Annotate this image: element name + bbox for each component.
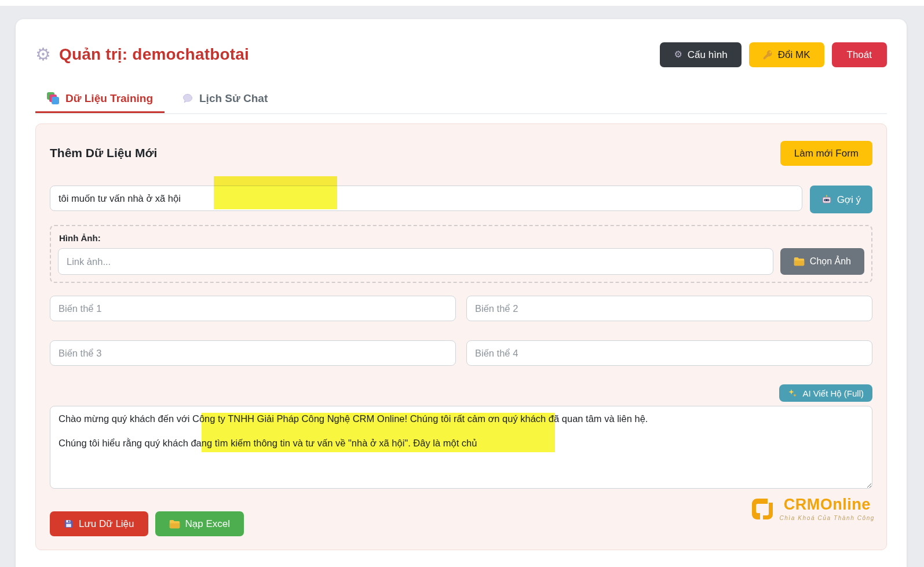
speech-balloon-icon <box>182 93 193 104</box>
top-strip <box>0 0 924 6</box>
tab-chat-history[interactable]: Lịch Sử Chat <box>170 85 279 113</box>
highlight-overlay-question <box>214 176 337 209</box>
robot-icon <box>821 194 832 205</box>
add-data-panel: Thêm Dữ Liệu Mới Làm mới Form <box>35 123 887 550</box>
logout-button[interactable]: Thoát <box>832 42 887 67</box>
toolbar: ⚙ Cấu hình Đổi MK Thoát <box>660 42 887 67</box>
variant-2-input[interactable] <box>466 296 872 321</box>
refresh-form-button[interactable]: Làm mới Form <box>780 141 872 166</box>
gear-icon: ⚙ <box>35 46 51 63</box>
save-button[interactable]: Lưu Dữ Liệu <box>50 511 148 536</box>
tab-bar: Dữ Liệu Training Lịch Sử Chat <box>35 85 887 114</box>
main-card: ⚙ Quản trị: demochatbotai ⚙ Cấu hình Đổi… <box>16 19 907 567</box>
layers-icon <box>47 92 60 105</box>
highlight-overlay-answer <box>202 413 555 452</box>
sparkles-icon <box>788 388 797 398</box>
image-section: Hình Ảnh: Chọn Ảnh <box>50 225 872 283</box>
suggest-button[interactable]: Gợi ý <box>810 186 872 213</box>
variant-4-input[interactable] <box>466 340 872 366</box>
load-excel-button[interactable]: Nạp Excel <box>155 511 244 536</box>
header: ⚙ Quản trị: demochatbotai ⚙ Cấu hình Đổi… <box>35 41 887 68</box>
image-section-label: Hình Ảnh: <box>59 233 864 243</box>
folder-icon <box>794 257 805 266</box>
page-background: ⚙ Quản trị: demochatbotai ⚙ Cấu hình Đổi… <box>0 0 924 567</box>
panel-title: Thêm Dữ Liệu Mới <box>50 146 157 160</box>
config-button[interactable]: ⚙ Cấu hình <box>660 42 741 67</box>
variant-1-input[interactable] <box>50 296 456 321</box>
image-link-input[interactable] <box>58 248 773 275</box>
question-input[interactable] <box>50 186 802 211</box>
ai-write-button[interactable]: AI Viết Hộ (Full) <box>779 384 872 402</box>
floppy-disk-icon <box>64 519 74 529</box>
tab-training-data[interactable]: Dữ Liệu Training <box>35 85 165 113</box>
brand-name: CRMOnline <box>784 497 871 513</box>
change-password-button[interactable]: Đổi MK <box>749 42 824 67</box>
choose-image-button[interactable]: Chọn Ảnh <box>780 248 864 275</box>
key-icon <box>763 50 773 60</box>
gear-icon: ⚙ <box>674 50 682 59</box>
variant-3-input[interactable] <box>50 340 456 366</box>
folder-icon <box>169 519 180 529</box>
page-title: Quản trị: demochatbotai <box>59 45 249 64</box>
